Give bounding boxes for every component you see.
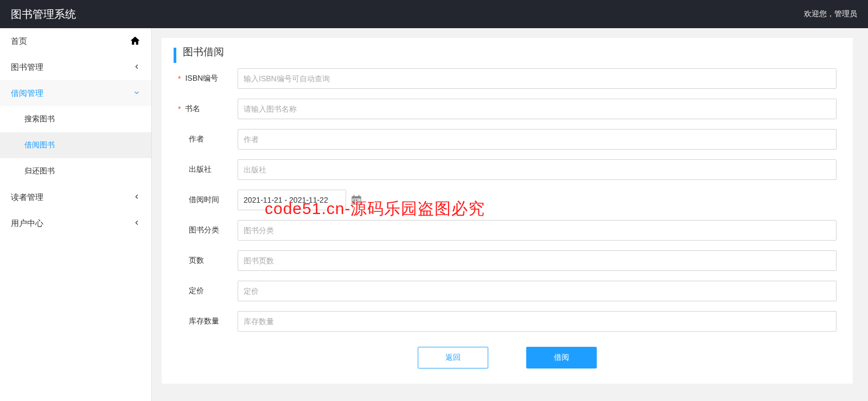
calendar-icon[interactable] bbox=[350, 194, 362, 206]
nav-user-center[interactable]: 用户中心 bbox=[0, 210, 151, 236]
nav-sub-label: 搜索图书 bbox=[24, 114, 55, 124]
label-price: 定价 bbox=[189, 286, 204, 296]
label-author: 作者 bbox=[189, 134, 204, 144]
input-price[interactable] bbox=[238, 281, 837, 301]
nav-label: 图书管理 bbox=[11, 62, 43, 73]
nav-borrow-book[interactable]: 借阅图书 bbox=[0, 132, 151, 158]
row-isbn: * ISBN编号 bbox=[174, 68, 841, 89]
row-bookname: * 书名 bbox=[174, 99, 841, 119]
input-pages[interactable] bbox=[238, 250, 837, 271]
label-pages: 页数 bbox=[189, 256, 204, 266]
sidebar: 首页 图书管理 借阅管理 搜索图书 借阅图书 归还图书 bbox=[0, 28, 152, 401]
nav-label: 用户中心 bbox=[11, 218, 43, 229]
label-borrow-time: 借阅时间 bbox=[189, 195, 219, 205]
button-row: 返回 借阅 bbox=[174, 347, 841, 368]
svg-rect-6 bbox=[354, 202, 355, 203]
nav-sub-label: 借阅图书 bbox=[24, 140, 55, 150]
input-isbn[interactable] bbox=[238, 68, 837, 89]
row-category: 图书分类 bbox=[174, 220, 841, 241]
input-category[interactable] bbox=[238, 220, 837, 241]
nav-sub-label: 归还图书 bbox=[24, 166, 55, 176]
nav-label: 首页 bbox=[11, 36, 27, 47]
nav-book-manage[interactable]: 图书管理 bbox=[0, 54, 151, 80]
back-button[interactable]: 返回 bbox=[418, 347, 488, 368]
nav-reader-manage[interactable]: 读者管理 bbox=[0, 184, 151, 210]
input-borrow-time[interactable] bbox=[238, 190, 346, 210]
required-mark: * bbox=[178, 74, 181, 83]
required-mark: * bbox=[178, 105, 181, 113]
borrow-button[interactable]: 借阅 bbox=[526, 347, 597, 368]
nav-label: 借阅管理 bbox=[11, 88, 43, 99]
input-bookname[interactable] bbox=[238, 99, 837, 119]
chevron-left-icon bbox=[133, 193, 141, 202]
svg-rect-5 bbox=[356, 199, 358, 201]
chevron-left-icon bbox=[133, 63, 141, 72]
input-author[interactable] bbox=[238, 129, 837, 150]
row-borrow-time: 借阅时间 bbox=[174, 190, 841, 210]
label-isbn: ISBN编号 bbox=[185, 74, 218, 83]
row-pages: 页数 bbox=[174, 250, 841, 271]
content-area: 图书借阅 * ISBN编号 * 书名 bbox=[152, 28, 868, 401]
nav-search-book[interactable]: 搜索图书 bbox=[0, 106, 151, 132]
welcome-text: 欢迎您，管理员 bbox=[804, 9, 857, 19]
borrow-form-card: 图书借阅 * ISBN编号 * 书名 bbox=[162, 38, 853, 384]
home-icon bbox=[130, 35, 141, 48]
page-title: 图书借阅 bbox=[174, 48, 841, 63]
row-stock: 库存数量 bbox=[174, 311, 841, 332]
input-publisher[interactable] bbox=[238, 159, 837, 180]
top-bar: 图书管理系统 欢迎您，管理员 bbox=[0, 0, 868, 28]
label-publisher: 出版社 bbox=[189, 165, 212, 174]
label-bookname: 书名 bbox=[185, 104, 200, 114]
nav-home[interactable]: 首页 bbox=[0, 28, 151, 54]
svg-rect-2 bbox=[354, 195, 355, 198]
nav-borrow-sub: 搜索图书 借阅图书 归还图书 bbox=[0, 106, 151, 184]
label-category: 图书分类 bbox=[189, 225, 219, 235]
chevron-down-icon bbox=[133, 89, 141, 98]
input-stock[interactable] bbox=[238, 311, 837, 332]
svg-rect-1 bbox=[352, 197, 361, 199]
nav-return-book[interactable]: 归还图书 bbox=[0, 158, 151, 184]
nav-label: 读者管理 bbox=[11, 192, 43, 203]
row-price: 定价 bbox=[174, 281, 841, 301]
app-title: 图书管理系统 bbox=[11, 7, 76, 22]
row-publisher: 出版社 bbox=[174, 159, 841, 180]
svg-rect-3 bbox=[359, 195, 360, 198]
row-author: 作者 bbox=[174, 129, 841, 150]
svg-rect-4 bbox=[354, 199, 355, 201]
chevron-left-icon bbox=[133, 219, 141, 228]
label-stock: 库存数量 bbox=[189, 316, 219, 326]
nav-borrow-manage[interactable]: 借阅管理 bbox=[0, 80, 151, 106]
